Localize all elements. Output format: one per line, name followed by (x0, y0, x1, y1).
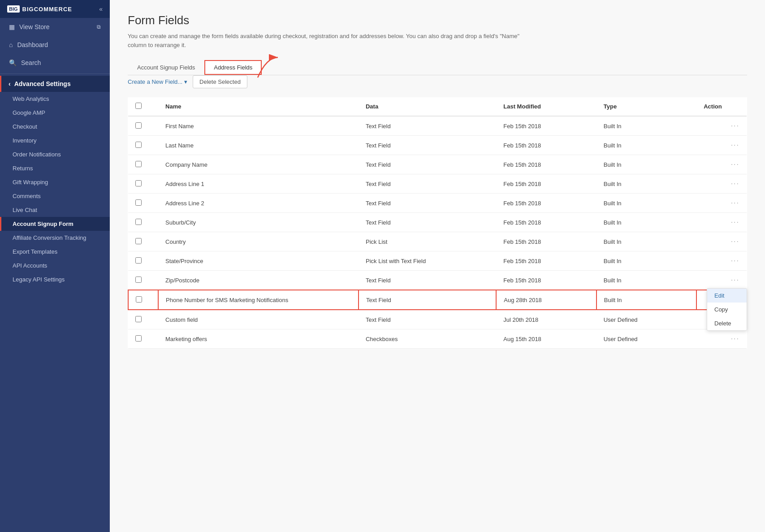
table-row: Zip/Postcode Text Field Feb 15th 2018 Bu… (128, 271, 747, 290)
row-checkbox[interactable] (135, 161, 142, 167)
row-data: Text Field (359, 271, 496, 290)
row-data: Pick List (359, 232, 496, 251)
row-checkbox[interactable] (135, 142, 142, 148)
action-dots-button[interactable]: ··· (731, 218, 739, 226)
row-name: Country (158, 232, 359, 251)
row-name: State/Province (158, 251, 359, 271)
sidebar-item-search[interactable]: 🔍 Search (0, 54, 110, 72)
table-row: Address Line 1 Text Field Feb 15th 2018 … (128, 174, 747, 194)
row-action: ··· (696, 329, 747, 349)
row-name: Company Name (158, 155, 359, 174)
brand-name: BIGCOMMERCE (22, 6, 72, 13)
row-checkbox[interactable] (135, 257, 142, 264)
row-name: Phone Number for SMS Marketing Notificat… (158, 290, 359, 310)
row-checkbox[interactable] (135, 335, 142, 342)
action-dots-button[interactable]: ··· (731, 141, 739, 149)
sidebar-item-legacy-api[interactable]: Legacy API Settings (0, 272, 110, 286)
context-menu-item-copy[interactable]: Copy (707, 303, 747, 316)
row-data: Text Field (359, 116, 496, 136)
row-checkbox[interactable] (135, 238, 142, 244)
action-dots-button[interactable]: ··· (731, 257, 739, 264)
table-row: Last Name Text Field Feb 15th 2018 Built… (128, 136, 747, 155)
action-dots-button[interactable]: ··· (731, 199, 739, 207)
sidebar-item-export-templates[interactable]: Export Templates (0, 245, 110, 259)
action-dots-button[interactable]: ··· (731, 160, 739, 168)
delete-selected-button[interactable]: Delete Selected (193, 75, 247, 88)
sidebar-item-inventory[interactable]: Inventory (0, 134, 110, 147)
action-dots-button[interactable]: ··· (731, 122, 739, 130)
row-checkbox[interactable] (136, 296, 142, 303)
sidebar-item-google-amp[interactable]: Google AMP (0, 106, 110, 120)
row-checkbox-cell (128, 155, 158, 174)
row-name: Suburb/City (158, 213, 359, 232)
red-arrow-svg (249, 53, 294, 80)
row-type: Built In (596, 116, 696, 136)
page-title: Form Fields (128, 13, 747, 27)
row-action: ··· (696, 174, 747, 194)
toolbar: Create a New Field... ▾ Delete Selected (128, 75, 747, 88)
action-dots-button[interactable]: ··· (731, 335, 739, 342)
table-row: Company Name Text Field Feb 15th 2018 Bu… (128, 155, 747, 174)
action-dots-button[interactable]: ··· (731, 180, 739, 187)
sidebar-item-web-analytics[interactable]: Web Analytics (0, 92, 110, 106)
row-data: Text Field (359, 155, 496, 174)
row-type: Built In (596, 251, 696, 271)
row-modified: Feb 15th 2018 (496, 155, 596, 174)
action-dots-button[interactable]: ··· (731, 238, 739, 245)
row-checkbox-cell (128, 213, 158, 232)
table-header-row: Name Data Last Modified Type Action (128, 97, 747, 116)
th-last-modified: Last Modified (496, 97, 596, 116)
row-checkbox[interactable] (135, 180, 142, 186)
row-modified: Aug 28th 2018 (496, 290, 596, 310)
sidebar-collapse-button[interactable]: « (99, 5, 103, 13)
table-row: State/Province Pick List with Text Field… (128, 251, 747, 271)
row-checkbox-cell (128, 271, 158, 290)
sidebar-item-view-store[interactable]: ▦ View Store ⧉ (0, 18, 110, 36)
sidebar-item-gift-wrapping[interactable]: Gift Wrapping (0, 175, 110, 189)
context-menu-item-edit[interactable]: Edit (707, 289, 747, 303)
row-data: Checkboxes (359, 329, 496, 349)
row-modified: Feb 15th 2018 (496, 271, 596, 290)
context-menu: Edit Copy Delete (707, 288, 747, 331)
row-checkbox[interactable] (135, 219, 142, 225)
sidebar-item-comments[interactable]: Comments (0, 189, 110, 203)
row-action: ··· (696, 194, 747, 213)
sidebar-item-live-chat[interactable]: Live Chat (0, 203, 110, 217)
row-checkbox[interactable] (135, 122, 142, 129)
row-modified: Jul 20th 2018 (496, 310, 596, 329)
row-modified: Feb 15th 2018 (496, 136, 596, 155)
search-icon: 🔍 (9, 59, 17, 66)
action-dots-button[interactable]: ··· (731, 276, 739, 284)
row-checkbox-cell (128, 329, 158, 349)
row-action: ··· (696, 136, 747, 155)
sidebar-item-affiliate-conversion[interactable]: Affiliate Conversion Tracking (0, 231, 110, 245)
sidebar-item-order-notifications[interactable]: Order Notifications (0, 147, 110, 161)
create-new-field-button[interactable]: Create a New Field... ▾ (128, 76, 187, 88)
select-all-checkbox[interactable] (135, 103, 142, 109)
row-checkbox-cell (128, 310, 158, 329)
sidebar-item-checkout[interactable]: Checkout (0, 120, 110, 134)
row-type: Built In (596, 232, 696, 251)
sidebar: BIG BIGCOMMERCE « ▦ View Store ⧉ ⌂ Dashb… (0, 0, 110, 532)
row-checkbox[interactable] (135, 277, 142, 283)
row-checkbox[interactable] (135, 199, 142, 206)
sidebar-item-api-accounts[interactable]: API Accounts (0, 259, 110, 272)
form-fields-table: Name Data Last Modified Type Action Firs… (128, 97, 747, 349)
sidebar-section-advanced-settings[interactable]: ‹ Advanced Settings (0, 76, 110, 92)
sidebar-item-dashboard[interactable]: ⌂ Dashboard (0, 36, 110, 54)
row-data: Text Field (359, 194, 496, 213)
row-action: ··· (696, 271, 747, 290)
row-checkbox-cell (128, 251, 158, 271)
sidebar-item-label: Search (21, 59, 41, 66)
sidebar-item-account-signup-form[interactable]: Account Signup Form (0, 217, 110, 231)
row-name: Marketing offers (158, 329, 359, 349)
row-action: ··· (696, 116, 747, 136)
row-modified: Feb 15th 2018 (496, 174, 596, 194)
tab-account-signup[interactable]: Account Signup Fields (128, 60, 204, 75)
row-type: Built In (596, 290, 696, 310)
context-menu-item-delete[interactable]: Delete (707, 316, 747, 330)
row-modified: Feb 15th 2018 (496, 251, 596, 271)
row-checkbox[interactable] (135, 316, 142, 322)
tab-bar: Account Signup Fields Address Fields (128, 60, 747, 75)
sidebar-item-returns[interactable]: Returns (0, 161, 110, 175)
